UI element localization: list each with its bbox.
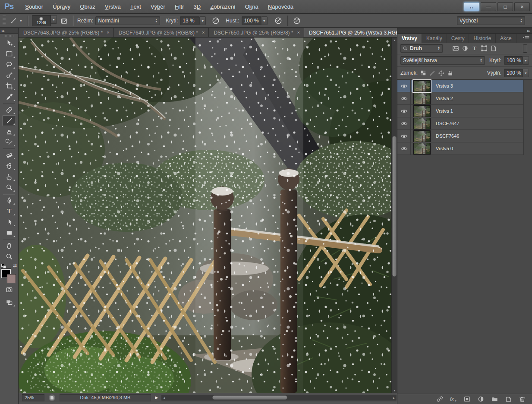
vertical-scrollbar[interactable]: ▲ ▼ xyxy=(391,38,397,393)
paint-bucket-tool[interactable] xyxy=(2,161,16,171)
lock-all-button[interactable] xyxy=(447,70,453,76)
tab-dscf7649[interactable]: DSCF7649.JPG @ 25% (RGB/8) *× xyxy=(114,28,209,37)
link-layers-button[interactable] xyxy=(436,395,444,403)
delete-layer-button[interactable] xyxy=(519,395,526,403)
rectangular-marquee-tool[interactable] xyxy=(2,48,16,59)
tab-dscf7648[interactable]: DSCF7648.JPG @ 25% (RGB/8) *× xyxy=(19,28,114,37)
scroll-left-icon[interactable]: ◀ xyxy=(161,395,167,401)
window-maximize-button[interactable]: □ xyxy=(497,2,513,11)
filter-type-layers-button[interactable]: T xyxy=(471,45,478,52)
layer-opacity-value[interactable]: 100 % xyxy=(504,56,523,65)
tool-preset-picker[interactable]: ▼ xyxy=(9,16,24,26)
rectangle-tool[interactable] xyxy=(2,227,16,238)
layer-fill-control[interactable]: 100 % ▼ xyxy=(504,69,529,77)
visibility-toggle[interactable] xyxy=(397,130,411,142)
smudge-tool[interactable] xyxy=(2,171,16,182)
visibility-toggle[interactable] xyxy=(397,117,411,129)
move-tool[interactable] xyxy=(2,38,16,48)
document-canvas[interactable] xyxy=(19,38,391,393)
layer-filter-switch[interactable] xyxy=(523,44,527,53)
path-selection-tool[interactable] xyxy=(2,217,16,227)
filter-pixel-layers-button[interactable] xyxy=(452,45,459,52)
brush-preset-picker[interactable]: 1289 ▼ xyxy=(32,15,57,26)
window-resize-button[interactable]: ↔ xyxy=(464,2,479,11)
menu-item-filtr[interactable]: Filtr xyxy=(170,0,189,13)
layer-blend-mode-select[interactable]: Světlejší barva ▲▼ xyxy=(400,56,485,65)
brush-tool[interactable] xyxy=(2,115,16,126)
layer-row-vrstva3[interactable]: Vrstva 3 xyxy=(397,80,524,92)
menu-item-okna[interactable]: Okna xyxy=(240,0,263,13)
visibility-toggle[interactable] xyxy=(397,142,411,155)
menu-item-upravy[interactable]: Úpravy xyxy=(48,0,75,13)
filter-smart-objects-button[interactable] xyxy=(490,45,497,52)
clone-stamp-tool[interactable] xyxy=(2,126,16,137)
flow-value[interactable]: 100 % xyxy=(242,16,261,25)
close-icon[interactable]: × xyxy=(107,30,109,35)
scroll-right-icon[interactable]: ▶ xyxy=(391,395,397,401)
layer-thumbnail[interactable] xyxy=(413,143,431,155)
menu-item-3d[interactable]: 3D xyxy=(189,0,206,13)
opacity-value[interactable]: 13 % xyxy=(180,16,200,25)
filter-adjustment-layers-button[interactable] xyxy=(462,45,469,52)
layer-style-button[interactable]: fx▼ xyxy=(450,396,457,402)
layer-name[interactable]: Vrstva 1 xyxy=(436,108,453,114)
layer-opacity-control[interactable]: 100 % ▼ xyxy=(504,56,529,65)
toolbar-collapse-button[interactable]: ▸▸ xyxy=(0,28,18,34)
panel-menu-button[interactable] xyxy=(523,34,532,43)
history-brush-tool[interactable] xyxy=(2,137,16,148)
window-close-button[interactable]: × xyxy=(514,2,530,11)
close-icon[interactable]: × xyxy=(202,30,205,35)
eyedropper-tool[interactable] xyxy=(2,92,16,102)
tab-vrstvy[interactable]: Vrstvy xyxy=(397,34,422,43)
layer-row-dscf7646[interactable]: DSCF7646 xyxy=(397,130,524,142)
layer-thumbnail[interactable] xyxy=(413,118,431,129)
layer-thumbnail[interactable] xyxy=(413,93,431,104)
layer-fill-dropdown[interactable]: ▼ xyxy=(523,69,529,77)
window-minimize-button[interactable]: — xyxy=(481,2,496,11)
layer-row-vrstva0[interactable]: Vrstva 0 xyxy=(397,142,524,155)
toggle-brush-panel-button[interactable] xyxy=(59,16,69,26)
filter-type-select[interactable]: Druh ▲▼ xyxy=(400,44,443,53)
swap-colors-button[interactable]: ⇄ xyxy=(13,263,17,268)
menu-item-soubor[interactable]: Soubor xyxy=(20,0,48,13)
menu-item-text[interactable]: Text xyxy=(126,0,146,13)
tab-akce[interactable]: Akce xyxy=(496,34,516,43)
visibility-toggle[interactable] xyxy=(397,80,411,92)
type-tool[interactable]: T xyxy=(2,206,16,217)
layer-fill-value[interactable]: 100 % xyxy=(504,69,523,77)
lock-position-button[interactable] xyxy=(438,70,444,76)
tablet-pressure-opacity-button[interactable] xyxy=(211,16,221,26)
flow-dropdown[interactable]: ▼ xyxy=(261,16,268,25)
opacity-dropdown[interactable]: ▼ xyxy=(200,16,206,25)
hand-tool[interactable] xyxy=(2,240,16,251)
visibility-toggle[interactable] xyxy=(397,92,411,104)
layer-thumbnail[interactable] xyxy=(413,105,431,117)
tablet-pressure-size-button[interactable] xyxy=(292,16,302,26)
toolbar-grip[interactable] xyxy=(4,35,14,37)
lock-transparency-button[interactable] xyxy=(420,70,426,76)
zoom-tool[interactable] xyxy=(2,251,16,262)
lock-pixels-button[interactable] xyxy=(429,70,435,76)
layer-row-vrstva2[interactable]: Vrstva 2 xyxy=(397,92,524,105)
default-colors-button[interactable] xyxy=(1,264,6,268)
menu-item-zobrazeni[interactable]: Zobrazení xyxy=(205,0,240,13)
brush-preview[interactable]: 1289 xyxy=(32,15,51,26)
spot-healing-brush-tool[interactable] xyxy=(2,104,16,115)
new-layer-button[interactable] xyxy=(505,395,512,403)
menu-item-vrstva[interactable]: Vrstva xyxy=(100,0,126,13)
layer-name[interactable]: Vrstva 3 xyxy=(436,83,453,88)
menu-item-napoveda[interactable]: Nápověda xyxy=(263,0,298,13)
workspace-select[interactable]: Výchozí ▲▼ xyxy=(457,16,525,25)
brush-preset-dropdown[interactable]: ▼ xyxy=(51,15,57,24)
menu-item-obraz[interactable]: Obraz xyxy=(75,0,100,13)
airbrush-button[interactable] xyxy=(273,16,283,26)
quick-mask-button[interactable] xyxy=(2,284,16,295)
pen-tool[interactable] xyxy=(2,195,16,206)
tab-kanaly[interactable]: Kanály xyxy=(422,34,447,43)
background-color-swatch[interactable] xyxy=(7,274,16,283)
vertical-scrollbar-thumb[interactable] xyxy=(392,136,397,277)
layer-row-vrstva1[interactable]: Vrstva 1 xyxy=(397,105,524,117)
menu-item-vyber[interactable]: Výběr xyxy=(146,0,170,13)
layer-thumbnail[interactable] xyxy=(413,80,431,92)
crop-tool[interactable] xyxy=(2,81,16,92)
